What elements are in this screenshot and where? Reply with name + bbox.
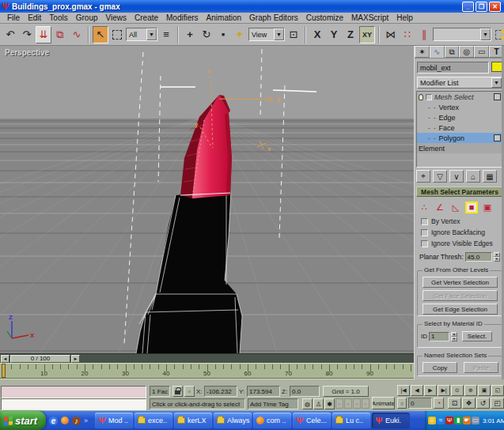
z-coordinate-field[interactable]: 0.0	[290, 386, 320, 397]
stack-row-vertex[interactable]: - -Vertex	[417, 102, 502, 112]
zoom-extents-all-icon[interactable]: ◱	[491, 385, 504, 396]
add-time-tag-field[interactable]: Add Time Tag	[248, 398, 298, 409]
make-unique-button[interactable]: ∨	[449, 170, 464, 183]
perspective-viewport[interactable]: X Y y x Z X Perspective	[0, 46, 414, 353]
close-button[interactable]: ✕	[489, 2, 501, 12]
menu-help[interactable]: Help	[392, 13, 417, 22]
menu-customize[interactable]: Customize	[302, 13, 347, 22]
stack-row-edge[interactable]: - -Edge	[417, 112, 502, 123]
undo-icon[interactable]: ↶	[2, 26, 18, 43]
key-filter-icon[interactable]: ·	[344, 398, 352, 409]
select-object-icon[interactable]: ↖	[93, 26, 108, 43]
go-to-end-button[interactable]: ▶|	[438, 385, 450, 396]
pin-stack-button[interactable]: ⌖	[416, 170, 430, 183]
rectangular-selection-region-icon[interactable]	[109, 26, 125, 43]
checkbox-icon[interactable]	[421, 218, 428, 225]
key-filter-icon[interactable]: ·	[353, 398, 361, 409]
select-by-name-icon[interactable]: ≡	[158, 26, 174, 43]
play-animation-button[interactable]: ▶	[424, 385, 437, 396]
configure-modifier-sets-button[interactable]: ▦	[483, 170, 497, 183]
tab-motion[interactable]: ◎	[459, 46, 474, 58]
bind-to-space-warp-icon[interactable]: ∿	[69, 26, 85, 43]
vertex-icon[interactable]: ∴	[418, 202, 430, 213]
get-face-selection-button[interactable]: Get Face Selection	[423, 290, 498, 301]
previous-frame-button[interactable]: ◀	[411, 385, 423, 396]
viewport-label[interactable]: Perspective	[5, 48, 49, 57]
next-frame-arrow[interactable]: ►	[71, 355, 80, 363]
menu-edit[interactable]: Edit	[24, 13, 45, 22]
tab-create[interactable]: ✶	[415, 46, 430, 58]
stack-checkbox[interactable]	[426, 94, 432, 100]
rollout-mesh-select-parameters[interactable]: Mesh Select Parameters	[416, 187, 503, 197]
media-player-icon[interactable]: ♪	[72, 417, 81, 425]
x-coordinate-field[interactable]: -106.232	[204, 386, 237, 397]
region-zoom-icon[interactable]: ⊡	[448, 398, 461, 409]
remove-modifier-button[interactable]: ⌂	[466, 170, 480, 183]
object-name-field[interactable]: mobil_ext	[417, 62, 489, 74]
menu-tools[interactable]: Tools	[45, 13, 71, 22]
element-icon[interactable]: ▣	[481, 202, 494, 213]
material-id-spinner[interactable]: ▲▼	[451, 332, 457, 341]
absolute-mode-toggle[interactable]: ▫	[184, 386, 195, 397]
select-and-move-icon[interactable]: +	[182, 26, 198, 43]
restrict-to-xy-plane-icon[interactable]: XY	[359, 26, 375, 43]
reference-coordinate-system-dropdown[interactable]: View▼	[248, 28, 285, 41]
select-by-id-button[interactable]: Select.	[462, 331, 492, 341]
checkbox-ignorevisibleedges[interactable]: Ignore Visible Edges	[421, 238, 503, 249]
stack-row-polygon[interactable]: - -Polygon	[417, 133, 502, 143]
tab-display[interactable]: ▭	[474, 46, 489, 58]
tray-gmax-icon[interactable]: Ψ	[445, 417, 453, 424]
selection-filter-dropdown[interactable]: All▼	[126, 28, 157, 41]
restore-button[interactable]: ❐	[476, 2, 487, 12]
edge-icon[interactable]: ∠	[434, 202, 446, 213]
get-vertex-selection-button[interactable]: Get Vertex Selection	[423, 277, 498, 288]
tray-chart-icon[interactable]: ▮	[454, 417, 462, 424]
time-slider-frame-marker[interactable]	[2, 364, 6, 378]
menu-grapheditors[interactable]: Graph Editors	[245, 13, 302, 22]
taskbar-task-kerlx[interactable]: kerLX	[174, 413, 212, 428]
stack-modifier-box[interactable]	[494, 134, 501, 141]
taskbar-task-luc[interactable]: Lu c..	[332, 413, 370, 428]
taskbar-task-euki[interactable]: ΨEuki.	[372, 413, 410, 428]
stack-row-meshselect[interactable]: Mesh Select	[417, 92, 502, 102]
restrict-to-y-icon[interactable]: Y	[326, 26, 342, 43]
firefox-icon[interactable]	[61, 417, 69, 424]
menu-views[interactable]: Views	[102, 13, 131, 22]
min-max-toggle-icon[interactable]: ◰	[491, 398, 504, 409]
chevron-down-icon[interactable]: ▼	[274, 28, 284, 40]
taskbar-task-always[interactable]: Always	[214, 413, 252, 428]
transform-gizmo-toggle-icon[interactable]: ✱	[324, 398, 335, 409]
array-icon[interactable]: ∷	[400, 26, 415, 43]
zoom-icon[interactable]: ⊙	[451, 385, 464, 396]
redo-icon[interactable]: ↷	[19, 26, 35, 43]
select-and-manipulate-icon[interactable]: ✦	[232, 26, 248, 43]
taskbar-task-mod[interactable]: ΨMod ..	[95, 413, 133, 428]
checkbox-icon[interactable]	[421, 229, 428, 236]
face-icon[interactable]: ◺	[449, 202, 462, 213]
degradation-override-icon[interactable]: ♙	[313, 398, 324, 409]
checkbox-byvertex[interactable]: By Vertex	[421, 216, 503, 227]
named-selection-sets-dropdown[interactable]: ▼	[433, 28, 491, 41]
select-and-rotate-icon[interactable]: ↻	[199, 26, 214, 43]
polygon-icon[interactable]: ■	[465, 202, 478, 213]
restrict-to-x-icon[interactable]: X	[309, 26, 325, 43]
macro-recorder-field[interactable]	[1, 386, 146, 398]
overflow-chevron-icon[interactable]: »	[84, 417, 88, 424]
tray-hand-icon[interactable]: ☛	[463, 417, 471, 424]
zoom-all-icon[interactable]: ⊕	[464, 385, 477, 396]
tab-hierarchy[interactable]: ⧉	[445, 46, 460, 58]
show-end-result-button[interactable]: ▽	[433, 170, 447, 183]
stack-row-face[interactable]: - -Face	[417, 123, 502, 133]
mirror-icon[interactable]: ⋈	[383, 26, 399, 43]
pan-icon[interactable]: ❖	[462, 398, 476, 409]
align-icon[interactable]: ∥	[416, 26, 432, 43]
go-to-start-button[interactable]: |◀	[397, 385, 410, 396]
layer-manager-icon[interactable]	[492, 26, 504, 43]
tray-messenger-icon[interactable]: ☺	[428, 417, 436, 424]
time-configuration-icon[interactable]: ◔	[434, 398, 444, 409]
lightbulb-icon[interactable]	[419, 94, 423, 100]
menu-group[interactable]: Group	[72, 13, 102, 22]
tray-display-icon[interactable]: ▭	[472, 417, 479, 424]
chevron-down-icon[interactable]: ▼	[480, 28, 491, 40]
checkbox-ignorebackfacing[interactable]: Ignore Backfacing	[421, 227, 503, 238]
